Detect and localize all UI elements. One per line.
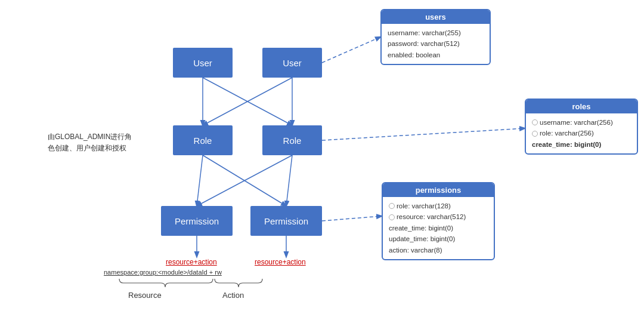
role1-label: Role	[194, 136, 212, 146]
key-icon-3	[389, 203, 395, 209]
resource-label: Resource	[128, 291, 162, 300]
svg-line-12	[322, 216, 382, 221]
roles-table-header: roles	[526, 100, 637, 113]
diagram-svg	[0, 0, 644, 317]
roles-field-2: role: varchar(256)	[532, 128, 631, 139]
permissions-table: permissions role: varchar(128) resource:…	[382, 182, 495, 260]
users-table-body: username: varchar(255) password: varchar…	[382, 24, 490, 64]
role2-node: Role	[262, 125, 322, 155]
users-table-header: users	[382, 10, 490, 24]
perm-field-5: action: varchar(8)	[389, 245, 488, 256]
ra2-text: resource+action	[255, 258, 306, 266]
perm1-node: Permission	[161, 206, 233, 236]
role2-label: Role	[283, 136, 302, 146]
user1-label: User	[193, 58, 212, 68]
roles-table: roles username: varchar(256) role: varch…	[525, 99, 638, 155]
users-field-1: username: varchar(255)	[388, 27, 484, 38]
role1-node: Role	[173, 125, 233, 155]
perm-field-4: update_time: bigint(0)	[389, 233, 488, 244]
svg-line-6	[197, 155, 292, 206]
roles-table-body: username: varchar(256) role: varchar(256…	[526, 113, 637, 153]
perm-field-2: resource: varchar(512)	[389, 211, 488, 222]
ra1-text: resource+action	[166, 258, 217, 266]
perm-field-3: create_time: bigint(0)	[389, 223, 488, 233]
chinese-description: 由GLOBAL_ADMIN进行角色创建、用户创建和授权	[48, 131, 143, 154]
svg-line-10	[322, 37, 380, 63]
user1-node: User	[173, 48, 233, 78]
perm-field-1: role: varchar(128)	[389, 201, 488, 211]
svg-line-2	[203, 78, 292, 125]
key-icon-1	[532, 119, 538, 125]
user2-label: User	[283, 58, 302, 68]
users-field-3: enabled: boolean	[388, 50, 484, 60]
svg-line-4	[197, 155, 203, 206]
svg-line-11	[322, 128, 525, 140]
action-label: Action	[222, 291, 244, 300]
resource-action-1: resource+action	[166, 258, 217, 266]
roles-field-1: username: varchar(256)	[532, 117, 631, 128]
permissions-table-body: role: varchar(128) resource: varchar(512…	[383, 197, 494, 259]
users-table: users username: varchar(255) password: v…	[380, 9, 491, 65]
permissions-table-header: permissions	[383, 183, 494, 197]
user2-node: User	[262, 48, 322, 78]
perm1-label: Permission	[175, 216, 219, 226]
svg-line-5	[203, 155, 286, 206]
svg-line-7	[286, 155, 292, 206]
key-icon-2	[532, 131, 538, 137]
diagram-container: User User Role Role Permission Permissio…	[0, 0, 644, 317]
roles-field-3: create_time: bigint(0)	[532, 139, 631, 150]
namespace-text: namespace:group:<module>/dataId + rw	[104, 269, 222, 276]
key-icon-4	[389, 214, 395, 220]
users-field-2: password: varchar(512)	[388, 38, 484, 49]
perm2-label: Permission	[264, 216, 308, 226]
svg-line-1	[203, 78, 292, 125]
perm2-node: Permission	[250, 206, 322, 236]
resource-action-2: resource+action	[255, 258, 306, 266]
